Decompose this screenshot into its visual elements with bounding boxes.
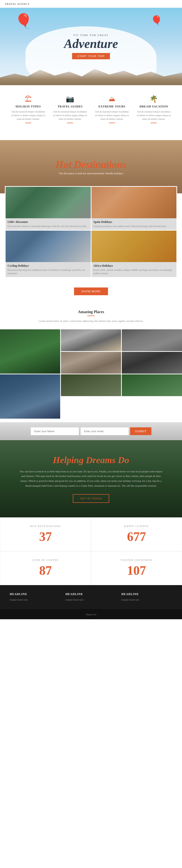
footer-col-3: Headline Sample footer text [121, 592, 172, 602]
dest-card-desc: From ancient cultures to amazing landsca… [7, 224, 89, 228]
helping-cta-button[interactable]: get in touch [73, 494, 109, 503]
feature-travel-guides: 📷 Travel Guides Sed do eiusmod tempor in… [49, 95, 91, 123]
destination-grid: £300+ Discounts From ancient cultures to… [5, 186, 177, 278]
mosaic-highway [122, 352, 182, 374]
dest-card-desc: Soaring mountains, sun-soaked coasts, Mo… [94, 224, 175, 228]
dest-card-title: Cycling Holidays [7, 264, 89, 268]
dest-card-desc: Exotic souls, ancient wonders, unique wi… [94, 268, 175, 275]
helping-content: Helping Dreams Do You can have as much o… [19, 455, 163, 503]
mosaic-castle [61, 352, 121, 374]
hero-blob: fit time for great Adventure Start your … [40, 34, 142, 59]
feature-divider [67, 123, 73, 123]
dest-card-info: £300+ Discounts From ancient cultures to… [6, 218, 91, 230]
stat-happy-clients: HAPPY CLIENTS 677 [91, 517, 182, 551]
dest-card-info: Cycling Holidays Reawaken that long-lost… [6, 262, 91, 277]
footer-col-3-text: Sample footer text [121, 598, 172, 602]
hero-title: Adventure [40, 37, 142, 50]
brand-logo: TRAVEL AGENCY [5, 2, 30, 5]
footer-brand: Travel Co [86, 613, 96, 616]
feature-extreme-tours: ⛰ Extreme Tours Sed do eiusmod tempor in… [91, 95, 133, 123]
footer-col-2-title: Headline [66, 592, 116, 596]
dest-card-spain: Spain Holidays Soaring mountains, sun-so… [92, 187, 177, 230]
hero-cta-button[interactable]: Start your trip [72, 53, 110, 59]
helping-dreams-section: Helping Dreams Do You can have as much o… [0, 440, 182, 517]
hot-dest-subtitle: The first place to look for environmenta… [56, 172, 127, 175]
feature-text: Sed do eiusmod tempor incididunt ut labo… [95, 110, 129, 121]
show-more-button[interactable]: Show more [74, 287, 108, 295]
feature-text: Sed do eiusmod tempor incididunt ut labo… [11, 110, 46, 121]
mosaic-waterfall [0, 374, 60, 418]
dest-card-info: Africa Holidays Exotic souls, ancient wo… [92, 262, 177, 277]
mosaic-mountain [61, 329, 121, 351]
dest-card-discounts: £300+ Discounts From ancient cultures to… [6, 187, 91, 230]
feature-dream-vacation: 🌴 Dream Vacation Sed do eiusmod tempor i… [133, 95, 175, 123]
mosaic-forest [0, 329, 60, 374]
hot-dest-text: Hot Destinations The first place to look… [56, 159, 127, 175]
dest-card-image [6, 187, 91, 218]
photo-mosaic [0, 326, 182, 422]
dest-card-title: £300+ Discounts [7, 220, 89, 224]
features-section: ⛱ Holiday Types Sed do eiusmod tempor in… [0, 85, 182, 130]
feature-divider [151, 123, 157, 123]
footer-col-1-text: Sample footer text [10, 598, 61, 602]
stat-label: HAPPY CLIENTS [99, 525, 175, 528]
form-submit-button[interactable]: Submit [130, 427, 151, 435]
email-form-section: Submit [0, 422, 182, 440]
stat-number: 87 [7, 563, 83, 578]
amazing-places-section: Amazing Places Lorem ipsum dolor sit ame… [0, 305, 182, 326]
hot-dest-title: Hot Destinations [56, 159, 127, 170]
feature-title: Holiday Types [11, 105, 46, 108]
feature-title: Travel Guides [53, 105, 87, 108]
footer-col-3-title: Headline [121, 592, 172, 596]
dest-card-image [6, 230, 91, 262]
hot-destinations-section: Hot Destinations The first place to look… [0, 130, 182, 295]
holiday-types-icon: ⛱ [11, 95, 46, 103]
dest-card-image [92, 230, 177, 262]
travel-guides-icon: 📷 [53, 95, 87, 103]
dream-vacation-icon: 🌴 [137, 95, 171, 103]
mosaic-road [122, 329, 182, 351]
dest-card-desc: Reawaken that long-lost childhood sense … [7, 268, 89, 275]
hero-section: 🎈 🎈 fit time for great Adventure Start y… [0, 8, 182, 85]
balloon-right-icon: 🎈 [151, 15, 163, 26]
footer-col-1: Headline Sample footer text [10, 592, 61, 602]
hero-tagline: fit time for great [40, 34, 142, 36]
dest-card-cycling: Cycling Holidays Reawaken that long-lost… [6, 230, 91, 277]
stat-hot-destinations: HOT DESTINATIONS 37 [0, 517, 91, 551]
footer-col-2: Headline Sample footer text [66, 592, 116, 602]
dest-card-title: Africa Holidays [94, 264, 175, 268]
feature-title: Dream Vacation [137, 105, 171, 108]
stat-number: 37 [7, 529, 83, 544]
footer: Headline Sample footer text Headline Sam… [0, 585, 182, 609]
stat-cups-coffee: CUPS OF COFFEE 87 [0, 551, 91, 585]
amazing-title: Amazing Places [7, 310, 175, 314]
stat-number: 107 [99, 563, 175, 578]
dest-card-africa: Africa Holidays Exotic souls, ancient wo… [92, 230, 177, 277]
footer-col-2-text: Sample footer text [66, 598, 116, 602]
dest-card-image [92, 187, 177, 218]
navbar: TRAVEL AGENCY [0, 0, 182, 8]
balloon-left-icon: 🎈 [15, 12, 33, 30]
dest-card-title: Spain Holidays [94, 220, 175, 224]
helping-title: Helping Dreams Do [19, 455, 163, 465]
email-input[interactable] [80, 427, 129, 435]
hero-content: fit time for great Adventure Start your … [40, 34, 142, 59]
footer-col-1-title: Headline [10, 592, 61, 596]
helping-text: You can have as much or as little help f… [19, 469, 163, 488]
name-input[interactable] [31, 427, 79, 435]
feature-holiday-types: ⛱ Holiday Types Sed do eiusmod tempor in… [7, 95, 49, 123]
feature-title: Extreme Tours [95, 105, 129, 108]
stat-number: 677 [99, 529, 175, 544]
amazing-divider [87, 315, 95, 316]
mosaic-curve-road [61, 374, 121, 396]
stat-label: VISITED COUNTRIES [99, 559, 175, 561]
stats-section: HOT DESTINATIONS 37 HAPPY CLIENTS 677 CU… [0, 517, 182, 585]
stat-visited-countries: VISITED COUNTRIES 107 [91, 551, 182, 585]
hot-dest-background: Hot Destinations The first place to look… [0, 140, 182, 193]
mosaic-winding [122, 374, 182, 396]
amazing-text: Lorem ipsum dolor sit amet, consectetur … [7, 319, 175, 323]
feature-divider [25, 123, 31, 123]
feature-text: Sed do eiusmod tempor incididunt ut labo… [53, 110, 87, 121]
feature-divider [109, 123, 115, 123]
stat-label: HOT DESTINATIONS [7, 525, 83, 528]
